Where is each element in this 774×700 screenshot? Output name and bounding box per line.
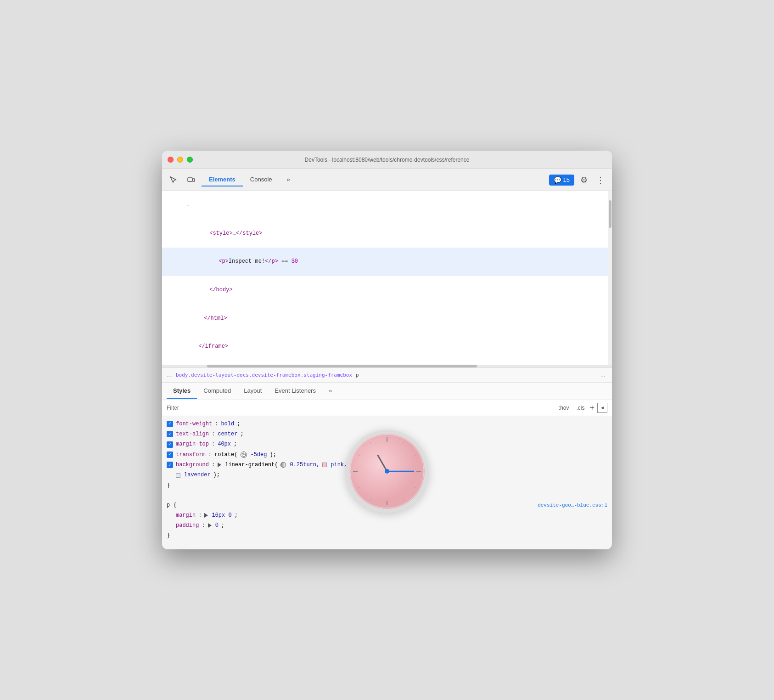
devtools-window: DevTools - localhost:8080/web/tools/chro… [162, 151, 612, 549]
breadcrumb-more: … [600, 372, 606, 378]
pink-swatch[interactable] [322, 463, 327, 467]
css-source-link[interactable]: devsite-goo…-blue.css:1 [538, 501, 607, 510]
html-p-line[interactable]: <p>Inspect me!</p> == $0 [162, 248, 612, 276]
hov-button[interactable]: :hov [556, 404, 572, 412]
more-options-button[interactable]: ⋮ [594, 173, 607, 187]
close-button[interactable] [168, 157, 174, 163]
toolbar-right: 💬 15 ⚙ ⋮ [549, 173, 607, 187]
breadcrumb-overflow[interactable]: … [167, 371, 173, 378]
ellipsis-icon: ⋮ [596, 175, 605, 185]
css-rule2-close: } [167, 531, 607, 541]
vertical-scrollbar[interactable] [608, 191, 612, 367]
badge-count: 15 [563, 176, 570, 183]
device-toggle-button[interactable] [184, 173, 198, 187]
tab-more[interactable]: » [280, 173, 297, 186]
tab-computed[interactable]: Computed [197, 384, 237, 399]
tab-styles-more[interactable]: » [322, 384, 338, 399]
gear-icon: ⚙ [580, 175, 588, 185]
tab-elements[interactable]: Elements [202, 173, 243, 186]
minimize-button[interactable] [177, 157, 183, 163]
lavender-swatch[interactable] [176, 473, 180, 478]
svg-rect-1 [193, 179, 195, 181]
css-rules-panel: font-weight : bold; text-align : center;… [162, 416, 612, 549]
add-rule-button[interactable]: + [589, 404, 595, 412]
breadcrumb-body[interactable]: body.devsite-layout-docs.devsite-framebo… [176, 372, 352, 378]
filter-actions: :hov .cls + ◄ [556, 403, 607, 413]
expand-margin-icon[interactable] [204, 513, 208, 518]
styles-tabs: Styles Computed Layout Event Listeners » [162, 383, 612, 400]
html-body-close-line: </body> [162, 276, 612, 305]
checkbox-text-align[interactable] [167, 431, 173, 437]
filter-input[interactable] [167, 405, 553, 411]
horizontal-scrollbar[interactable] [162, 365, 612, 367]
feedback-button[interactable]: 💬 15 [549, 175, 574, 186]
html-html-close-line: </html> [162, 304, 612, 333]
html-iframe-close-line: </iframe> [162, 333, 612, 361]
breadcrumb-p[interactable]: p [356, 372, 359, 378]
main-tabs: Elements Console » [202, 173, 545, 186]
cls-button[interactable]: .cls [574, 404, 587, 412]
checkbox-margin-top[interactable] [167, 441, 173, 448]
tab-event-listeners[interactable]: Event Listeners [268, 384, 322, 399]
expand-background-icon[interactable] [218, 463, 221, 467]
clock-overlay [346, 430, 428, 513]
css-prop-font-weight: font-weight : bold; [167, 419, 607, 429]
checkbox-font-weight[interactable] [167, 421, 173, 427]
clock-svg [349, 434, 425, 509]
box-model-icon[interactable]: ◄ [597, 403, 607, 413]
filter-row: :hov .cls + ◄ [162, 400, 612, 416]
checkbox-transform[interactable] [167, 452, 173, 458]
clock-inline-icon [241, 452, 247, 458]
checkbox-background[interactable] [167, 462, 173, 468]
devtools-toolbar: Elements Console » 💬 15 ⚙ ⋮ [162, 169, 612, 191]
clock-face [349, 434, 425, 509]
css-prop-padding: padding : 0; [176, 520, 607, 531]
maximize-button[interactable] [187, 157, 193, 163]
breadcrumb: … body.devsite-layout-docs.devsite-frame… [162, 368, 612, 383]
inspect-element-button[interactable] [167, 173, 180, 187]
titlebar: DevTools - localhost:8080/web/tools/chro… [162, 151, 612, 169]
bottom-section: Styles Computed Layout Event Listeners »… [162, 383, 612, 549]
html-style-line: <style>…</style> [162, 220, 612, 248]
html-dots-line: … [162, 191, 612, 220]
tab-console[interactable]: Console [243, 173, 280, 186]
svg-point-20 [385, 469, 389, 474]
svg-rect-0 [188, 178, 192, 181]
window-title: DevTools - localhost:8080/web/tools/chro… [305, 157, 470, 163]
tab-styles[interactable]: Styles [167, 384, 197, 399]
tab-layout[interactable]: Layout [237, 384, 268, 399]
gradient-icon [280, 462, 286, 468]
expand-padding-icon[interactable] [208, 523, 212, 528]
chat-icon: 💬 [554, 176, 561, 184]
settings-button[interactable]: ⚙ [577, 173, 591, 187]
html-panel: … <style>…</style> <p>Inspect me!</p> ==… [162, 191, 612, 367]
traffic-lights [168, 157, 193, 163]
css-selector-p: p { [167, 501, 177, 510]
